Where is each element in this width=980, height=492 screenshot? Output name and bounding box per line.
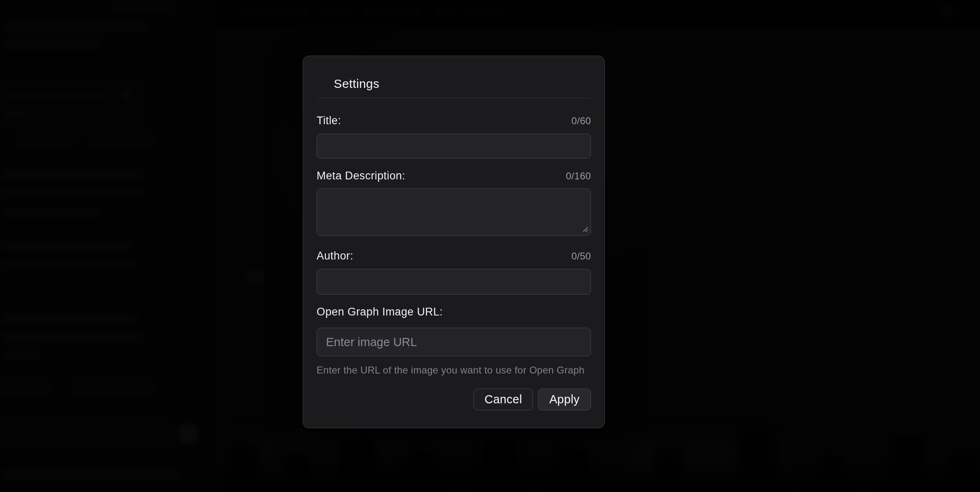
title-label: Title: <box>317 115 341 126</box>
author-input[interactable] <box>317 269 591 295</box>
og-image-helper-text: Enter the URL of the image you want to u… <box>317 365 591 375</box>
og-image-url-input[interactable] <box>317 328 591 356</box>
title-input[interactable] <box>317 134 591 159</box>
modal-divider <box>317 98 591 98</box>
meta-description-label: Meta Description: <box>317 170 405 181</box>
apply-button[interactable]: Apply <box>538 389 591 410</box>
modal-title: Settings <box>317 78 591 90</box>
settings-modal: Settings Title: 0/60 Meta Description: 0… <box>303 56 605 428</box>
og-image-label: Open Graph Image URL: <box>317 306 443 318</box>
author-counter: 0/50 <box>571 251 591 261</box>
meta-description-counter: 0/160 <box>566 171 591 181</box>
title-counter: 0/60 <box>571 116 591 126</box>
meta-description-textarea[interactable] <box>317 188 591 236</box>
cancel-button[interactable]: Cancel <box>474 389 533 410</box>
textarea-resize-handle[interactable] <box>582 226 589 233</box>
modal-actions: Cancel Apply <box>317 389 591 410</box>
app-screen: Settings Title: 0/60 Meta Description: 0… <box>0 0 980 492</box>
author-label: Author: <box>317 250 353 262</box>
